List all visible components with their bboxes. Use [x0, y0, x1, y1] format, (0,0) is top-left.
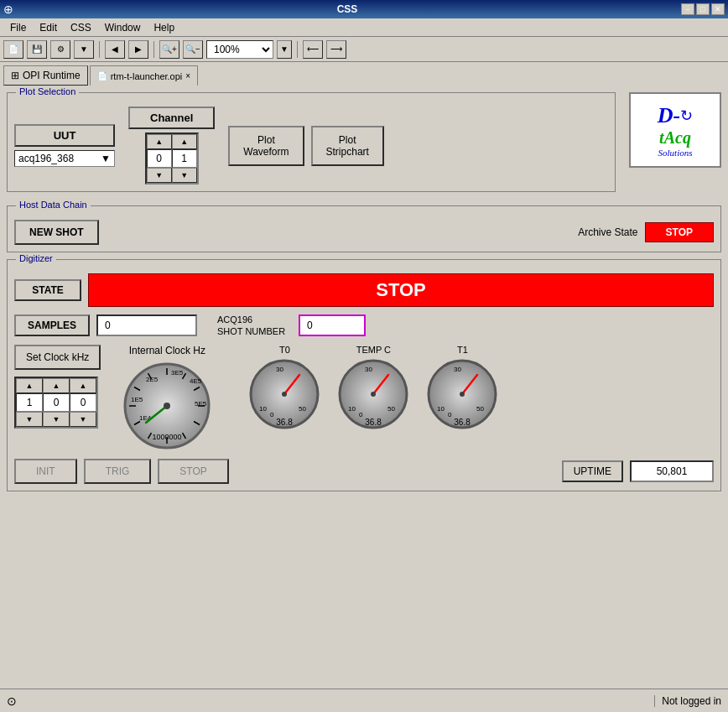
- bottom-row: INIT TRIG STOP UPTIME 50,801: [14, 459, 714, 484]
- int-clock-label: Internal Clock Hz: [129, 345, 205, 356]
- menu-css[interactable]: CSS: [64, 20, 98, 35]
- svg-text:2E5: 2E5: [146, 376, 159, 383]
- tab-rtm[interactable]: 📄 rtm-t-launcher.opi ×: [90, 65, 198, 86]
- channel-0-up[interactable]: ▲: [147, 134, 172, 149]
- t1-gauge: T1 10 30 50 0: [424, 345, 500, 432]
- samples-label: SAMPLES: [14, 314, 90, 336]
- new-file-button[interactable]: 📄: [3, 40, 23, 59]
- state-row: STATE STOP: [14, 273, 714, 307]
- save-button[interactable]: 💾: [27, 40, 47, 59]
- clock-spin-down-2[interactable]: ▼: [70, 412, 96, 427]
- digitizer-title: Digitizer: [16, 253, 56, 263]
- channel-1-down[interactable]: ▼: [172, 168, 197, 183]
- channel-1-up[interactable]: ▲: [172, 134, 197, 149]
- trig-button[interactable]: TRIG: [84, 459, 152, 484]
- menu-help[interactable]: Help: [147, 20, 181, 35]
- forward-button[interactable]: ▶: [128, 40, 148, 59]
- clock-gauge-svg: 1E4 1E5 2E5 3E5 4E5 5E5 1000000: [121, 360, 213, 452]
- zoom-select[interactable]: 100% 50% 75% 125% 150%: [206, 40, 273, 59]
- zoom-out-button[interactable]: 🔍−: [183, 40, 203, 59]
- main-content: Plot Selection UUT acq196_368 ▼ Channel …: [0, 86, 728, 689]
- menu-window[interactable]: Window: [98, 20, 148, 35]
- stop-button[interactable]: STOP: [158, 459, 228, 484]
- svg-point-36: [371, 392, 376, 397]
- plot-selection-content: UUT acq196_368 ▼ Channel ▲ ▲ 0 1 ▼: [14, 100, 608, 184]
- opi-runtime-button[interactable]: ⊞ OPI Runtime: [3, 65, 88, 86]
- channel-0-down[interactable]: ▼: [147, 168, 172, 183]
- zoom-in-button[interactable]: 🔍+: [159, 40, 179, 59]
- plot-waveform-button[interactable]: Plot Waveform: [228, 126, 304, 166]
- plot-selection-panel: Plot Selection UUT acq196_368 ▼ Channel …: [7, 92, 616, 192]
- acq-input[interactable]: 0: [299, 314, 366, 336]
- host-data-chain-title: Host Data Chain: [16, 200, 91, 210]
- archive-state-value: STOP: [645, 222, 714, 242]
- svg-text:3E5: 3E5: [171, 369, 184, 377]
- logo: D- ↻ tAcq Solutions: [658, 103, 693, 158]
- host-data-chain-content: NEW SHOT Archive State STOP: [14, 213, 714, 245]
- menu-file[interactable]: File: [3, 20, 33, 35]
- clock-spin-up-1[interactable]: ▲: [43, 378, 70, 393]
- tab-close-button[interactable]: ×: [185, 71, 190, 81]
- clock-spin-down-1[interactable]: ▼: [43, 412, 70, 427]
- uut-label: UUT: [14, 124, 115, 147]
- uut-section: UUT acq196_368 ▼: [14, 124, 115, 167]
- svg-text:36.8: 36.8: [455, 418, 471, 427]
- nav-back-button[interactable]: ⟵: [303, 40, 323, 59]
- digitizer-content: STATE STOP SAMPLES 0 ACQ196SHOT NUMBER 0…: [14, 267, 714, 484]
- svg-point-28: [282, 392, 287, 397]
- logo-top: D- ↻: [658, 103, 693, 128]
- channel-1-val: 1: [172, 149, 197, 168]
- svg-text:1E5: 1E5: [131, 396, 143, 403]
- svg-text:0: 0: [448, 411, 452, 418]
- uptime-value: 50,801: [630, 460, 714, 482]
- logo-arrows: ↻: [680, 107, 693, 125]
- t0-label: T0: [279, 345, 290, 355]
- dropdown-button[interactable]: ▼: [74, 40, 94, 59]
- back-button[interactable]: ◀: [105, 40, 125, 59]
- svg-point-44: [460, 392, 465, 397]
- svg-text:5E5: 5E5: [195, 400, 207, 408]
- init-button[interactable]: INIT: [14, 459, 77, 484]
- set-clock-button[interactable]: Set Clock kHz: [14, 345, 101, 370]
- acq-label: ACQ196SHOT NUMBER: [217, 314, 285, 338]
- samples-row: SAMPLES 0 ACQ196SHOT NUMBER 0: [14, 314, 714, 338]
- channel-spinner: ▲ ▲ 0 1 ▼ ▼: [145, 133, 199, 184]
- channel-label: Channel: [128, 107, 215, 129]
- settings-button[interactable]: ⚙: [50, 40, 70, 59]
- status-icon: ⊙: [7, 694, 17, 708]
- svg-text:1000000: 1000000: [153, 433, 182, 441]
- clock-spin-up-0[interactable]: ▲: [16, 378, 43, 393]
- state-value: STOP: [88, 273, 714, 307]
- t1-label: T1: [457, 345, 468, 355]
- svg-text:10: 10: [348, 405, 356, 413]
- maximize-button[interactable]: □: [696, 3, 710, 15]
- plot-buttons: Plot Waveform Plot Stripchart: [228, 126, 384, 166]
- digitizer-panel: Digitizer STATE STOP SAMPLES 0 ACQ196SHO…: [7, 259, 721, 491]
- acq-shot-section: ACQ196SHOT NUMBER: [217, 314, 285, 338]
- new-shot-button[interactable]: NEW SHOT: [14, 220, 99, 245]
- clock-spin-down-0[interactable]: ▼: [16, 412, 43, 427]
- channel-section: Channel ▲ ▲ 0 1 ▼ ▼: [128, 107, 215, 184]
- svg-text:10: 10: [259, 405, 267, 413]
- uut-select[interactable]: acq196_368 ▼: [14, 150, 115, 167]
- svg-text:50: 50: [299, 405, 306, 413]
- menu-edit[interactable]: Edit: [33, 20, 64, 35]
- clock-spin-up-2[interactable]: ▲: [70, 378, 96, 393]
- title-bar-icon: ⊕: [3, 3, 13, 16]
- minimize-button[interactable]: −: [681, 3, 694, 15]
- separator-3: [297, 41, 298, 58]
- logo-box: D- ↻ tAcq Solutions: [629, 92, 721, 168]
- plot-selection-title: Plot Selection: [16, 86, 79, 96]
- svg-text:36.8: 36.8: [277, 418, 294, 427]
- not-logged-in-label: Not logged in: [654, 695, 721, 707]
- nav-forward-button[interactable]: ⟶: [326, 40, 346, 59]
- clock-row: Set Clock kHz ▲ ▲ ▲ 1 0 0 ▼ ▼ ▼: [14, 345, 714, 452]
- logo-solutions: Solutions: [658, 148, 693, 158]
- zoom-dropdown-button[interactable]: ▼: [277, 40, 292, 59]
- close-button[interactable]: ✕: [711, 3, 725, 15]
- svg-text:4E5: 4E5: [190, 377, 202, 385]
- plot-stripchart-button[interactable]: Plot Stripchart: [311, 126, 384, 166]
- tab-icon: 📄: [97, 71, 107, 81]
- state-label: STATE: [14, 279, 81, 301]
- archive-state-section: Archive State STOP: [578, 222, 714, 242]
